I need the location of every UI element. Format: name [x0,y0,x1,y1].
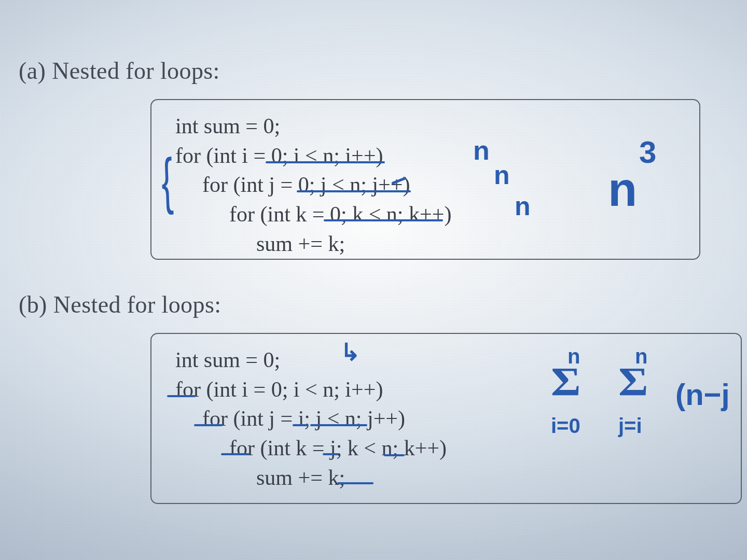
code-box-a: int sum = 0; for (int i = 0; i < n; i++)… [150,99,700,260]
code-line: for (int k = 0; k < n; k++) [175,200,679,229]
part-a-label: (a) Nested for loops: [19,57,731,85]
code-line: for (int i = 0; i < n; i++) [175,375,720,404]
code-line: int sum = 0; [175,345,720,375]
hand-brace-icon: { [160,149,174,213]
code-line: for (int k = j; k < n; k++) [175,433,720,463]
code-line: for (int j = 0; j < n; j++) [175,170,679,200]
code-line: for (int i = 0; i < n; i++) [175,141,679,171]
code-box-b: int sum = 0; for (int i = 0; i < n; i++)… [150,333,742,504]
code-line: for (int j = i; j < n; j++) [175,404,720,433]
code-line: int sum = 0; [175,111,679,141]
code-line: sum += k; [175,463,720,493]
page: (a) Nested for loops: int sum = 0; for (… [0,0,747,560]
part-b-label: (b) Nested for loops: [19,291,731,318]
code-line: sum += k; [175,229,679,259]
